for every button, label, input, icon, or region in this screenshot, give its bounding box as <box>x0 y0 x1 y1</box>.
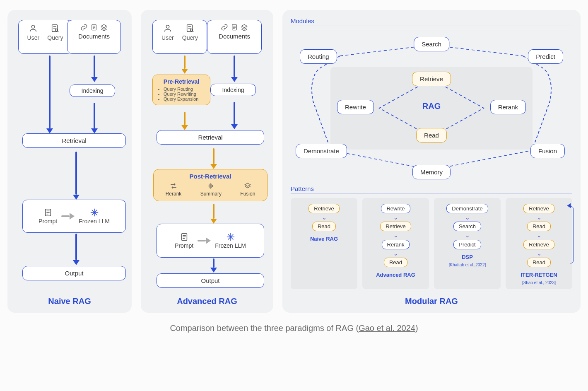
label-rerank: Rerank <box>166 191 182 197</box>
panel-modular-rag: Modules Search Routing Predict Demonstra… <box>282 10 581 313</box>
link-icon <box>80 24 88 31</box>
fusion-icon <box>244 182 251 190</box>
arrow-retrieval-to-prompt <box>73 152 80 200</box>
chevron-down-icon: ⌄ <box>465 234 470 237</box>
stack-icon <box>100 24 108 31</box>
pattern-col-3: Retrieve⌄Read⌄Retrieve⌄ReadITER-RETGEN[S… <box>506 198 572 289</box>
divider <box>291 193 572 194</box>
label-user: User <box>161 34 174 41</box>
stack-icon <box>241 24 248 31</box>
chevron-down-icon: ⌄ <box>537 234 542 237</box>
pattern-step: Rerank <box>382 240 410 249</box>
pattern-col-2: Demonstrate⌄Search⌄PredictDSP[Khattab et… <box>434 198 501 289</box>
node-pre-retrieval: Pre-Retrieval Query Routing Query Rewrit… <box>152 75 210 105</box>
loopback-arrow-icon <box>567 203 571 208</box>
query-icon <box>51 24 60 33</box>
label-documents: Documents <box>219 33 250 40</box>
pattern-step: Retrieve <box>380 222 411 231</box>
arrow-user-to-pre <box>181 56 188 74</box>
label-prompt: Prompt <box>175 242 193 249</box>
node-user-query: User Query <box>18 20 72 54</box>
pattern-title: ITER-RETGEN <box>521 272 557 278</box>
pattern-title: DSP <box>462 254 473 260</box>
loopback-line <box>570 206 574 263</box>
chevron-down-icon: ⌄ <box>322 216 327 219</box>
user-icon <box>29 24 38 33</box>
post-retrieval-title: Post-Retrieval <box>156 173 265 180</box>
summary-icon <box>207 182 214 190</box>
label-documents: Documents <box>78 33 110 40</box>
chevron-down-icon: ⌄ <box>537 216 542 219</box>
node-output: Output <box>22 266 126 280</box>
title-modular-rag: Modular RAG <box>291 297 572 306</box>
node-indexing: Indexing <box>70 84 115 97</box>
pre-item-1: Query Rewriting <box>164 92 206 97</box>
rag-center-label: RAG <box>422 101 441 111</box>
title-advanced-rag: Advanced RAG <box>149 297 265 306</box>
arrow-post-to-prompt <box>210 204 217 224</box>
arrow-prompt-to-output <box>210 258 217 273</box>
module-retrieve: Retrieve <box>412 72 451 86</box>
node-output: Output <box>157 273 264 288</box>
node-retrieval: Retrieval <box>22 133 126 148</box>
pattern-step: Read <box>527 222 551 231</box>
arrow-docs-to-indexing <box>91 56 98 82</box>
arrow-docs-to-indexing <box>231 56 238 82</box>
pattern-subtitle: [Khattab et al.,2022] <box>449 263 486 267</box>
pre-item-2: Query Expansion <box>164 97 206 101</box>
node-user-query: User Query <box>152 20 207 54</box>
panel-advanced-rag: User Query Documents Pre-Re <box>141 10 273 313</box>
label-prompt: Prompt <box>39 218 57 224</box>
label-frozen-llm: Frozen LLM <box>215 242 246 249</box>
prompt-doc-icon <box>180 232 189 241</box>
prompt-doc-icon <box>43 208 53 217</box>
caption-post: ) <box>415 323 418 333</box>
node-prompt-frozen-llm: Prompt Frozen LLM <box>22 200 126 233</box>
chevron-down-icon: ⌄ <box>393 252 398 255</box>
module-demonstrate: Demonstrate <box>296 144 347 158</box>
node-post-retrieval: Post-Retrieval Rerank Summary Fusion <box>153 169 267 201</box>
chevron-down-icon: ⌄ <box>537 252 542 255</box>
label-query: Query <box>47 34 63 41</box>
pre-retrieval-title: Pre-Retrieval <box>157 78 206 85</box>
module-rewrite: Rewrite <box>337 100 374 114</box>
arrow-right-icon <box>70 213 75 220</box>
caption-citation-link[interactable]: Gao et al. 2024 <box>359 323 415 333</box>
page-icon <box>90 24 98 31</box>
panel-naive-rag: User Query Documents Indexing Retr <box>7 10 132 313</box>
pattern-title: Advanced RAG <box>376 272 415 278</box>
svg-line-5 <box>58 31 59 32</box>
node-documents: Documents <box>207 20 262 54</box>
query-icon <box>186 24 195 33</box>
snowflake-icon <box>226 232 235 241</box>
node-prompt-frozen-llm: Prompt Frozen LLM <box>157 224 264 258</box>
link-icon <box>221 24 228 31</box>
module-memory: Memory <box>412 165 451 179</box>
pattern-step: Retrieve <box>523 204 554 213</box>
chevron-down-icon: ⌄ <box>393 234 398 237</box>
svg-line-24 <box>192 31 193 32</box>
svg-marker-29 <box>241 24 247 28</box>
chevron-down-icon: ⌄ <box>465 216 470 219</box>
arrow-prompt-to-output <box>73 234 80 265</box>
diagram-row: User Query Documents Indexing Retr <box>7 10 581 313</box>
arrow-pre-to-retrieval <box>181 112 188 130</box>
module-rerank: Rerank <box>490 100 526 114</box>
module-routing: Routing <box>300 49 337 64</box>
rerank-icon <box>170 182 177 190</box>
patterns-section-label: Patterns <box>291 185 572 192</box>
arrow-user-to-retrieval <box>46 56 53 133</box>
pattern-step: Retrieve <box>308 204 339 213</box>
user-icon <box>163 24 172 33</box>
pre-item-0: Query Routing <box>164 87 206 92</box>
svg-point-0 <box>32 25 35 28</box>
pattern-step: Read <box>527 258 551 267</box>
pattern-step: Read <box>312 222 336 231</box>
pattern-step: Predict <box>453 240 481 249</box>
divider <box>291 26 572 26</box>
pattern-step: Demonstrate <box>446 204 488 213</box>
pattern-step: Rewrite <box>381 204 410 213</box>
caption-pre: Comparison between the three paradigms o… <box>170 323 359 333</box>
node-documents: Documents <box>67 20 121 54</box>
svg-marker-37 <box>245 183 251 186</box>
